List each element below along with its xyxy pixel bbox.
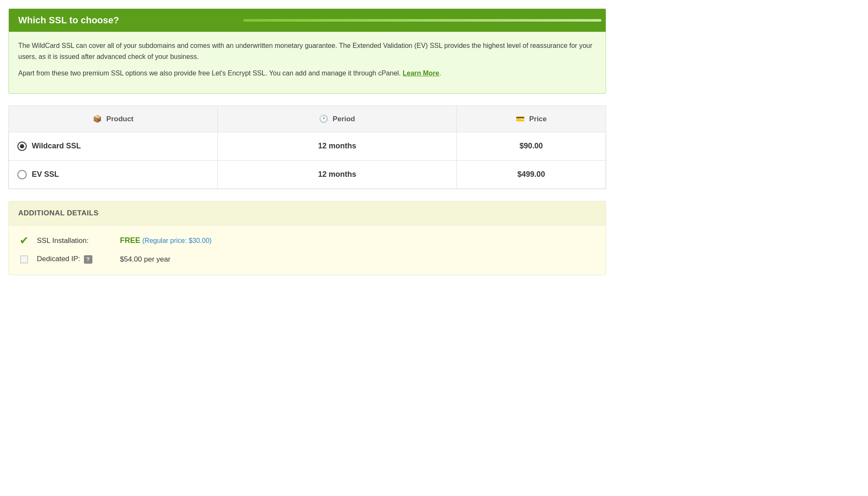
ssl-installation-value: FREE (Regular price: $30.00) <box>120 236 211 245</box>
product-cell[interactable]: EV SSL <box>9 160 218 189</box>
column-header-product: 📦 Product <box>9 106 218 132</box>
product-cell[interactable]: Wildcard SSL <box>9 132 218 160</box>
period-cell: 12 months <box>218 160 457 189</box>
table-row[interactable]: EV SSL12 months$499.00 <box>9 160 606 189</box>
radio-unselected[interactable] <box>17 170 27 179</box>
ssl-installation-row: ✔ SSL Installation: FREE (Regular price:… <box>18 235 596 247</box>
table-header-row: 📦 Product 🕐 Period 💳 Price <box>9 106 606 132</box>
price-icon: 💳 <box>516 114 525 123</box>
info-box-header: Which SSL to choose? <box>9 9 606 32</box>
ssl-installation-label: SSL Installation: <box>37 237 113 245</box>
product-icon: 📦 <box>93 114 102 123</box>
additional-details-header: ADDITIONAL DETAILS <box>9 201 606 226</box>
product-name: Wildcard SSL <box>32 142 81 150</box>
info-box-title: Which SSL to choose? <box>18 15 119 26</box>
additional-details-section: ADDITIONAL DETAILS ✔ SSL Installation: F… <box>8 201 606 275</box>
dedicated-ip-label: Dedicated IP: ? <box>37 255 113 264</box>
ssl-info-box: Which SSL to choose? The WildCard SSL ca… <box>8 8 606 94</box>
column-header-period: 🕐 Period <box>218 106 457 132</box>
radio-selected[interactable] <box>17 142 27 151</box>
help-icon-dedicated-ip[interactable]: ? <box>84 255 92 264</box>
column-header-price: 💳 Price <box>456 106 606 132</box>
checkbox-dedicated-ip[interactable] <box>18 254 30 265</box>
info-paragraph-2: Apart from these two premium SSL options… <box>18 68 596 79</box>
table-row[interactable]: Wildcard SSL12 months$90.00 <box>9 132 606 160</box>
product-table: 📦 Product 🕐 Period 💳 Price Wildcard SSL1… <box>8 106 606 189</box>
learn-more-link[interactable]: Learn More <box>403 70 439 77</box>
period-cell: 12 months <box>218 132 457 160</box>
additional-details-title: ADDITIONAL DETAILS <box>18 209 99 217</box>
dedicated-ip-value: $54.00 per year <box>120 255 170 264</box>
product-name: EV SSL <box>32 170 59 179</box>
price-cell: $90.00 <box>456 132 606 160</box>
check-icon-ssl: ✔ <box>18 235 30 247</box>
additional-details-body: ✔ SSL Installation: FREE (Regular price:… <box>9 226 606 275</box>
price-cell: $499.00 <box>456 160 606 189</box>
period-icon: 🕐 <box>319 114 328 123</box>
dedicated-ip-row: Dedicated IP: ? $54.00 per year <box>18 254 596 265</box>
info-box-body: The WildCard SSL can cover all of your s… <box>9 32 606 93</box>
info-paragraph-1: The WildCard SSL can cover all of your s… <box>18 40 596 62</box>
